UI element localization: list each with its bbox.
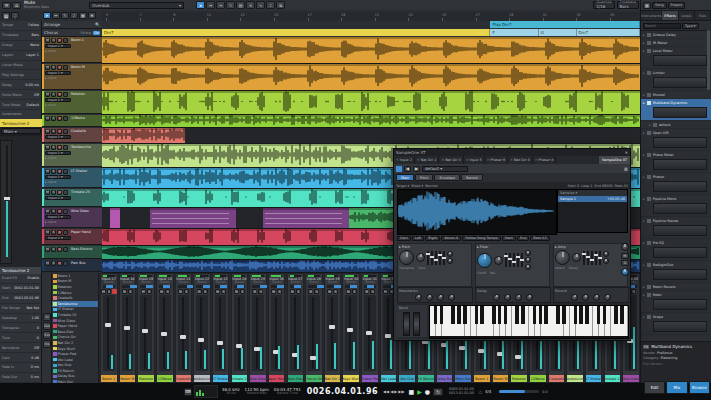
browser-tab-files[interactable]: Files	[695, 11, 711, 20]
mini-knob-lfo[interactable]	[525, 264, 531, 270]
knob-blue[interactable]	[621, 268, 629, 276]
strip-channel-tag[interactable]: 12Noise	[157, 375, 173, 382]
edit-tool-icon-0[interactable]: ➤	[43, 12, 51, 19]
inspector-row[interactable]: TempoFollow	[0, 21, 41, 31]
strip-header[interactable]: Input 29Stereo	[325, 278, 341, 284]
audio-clip[interactable]	[102, 64, 640, 90]
track-header[interactable]: MS●◦12Noise	[42, 115, 102, 127]
slider-r[interactable]	[439, 251, 441, 265]
track-monitor-button[interactable]: ◦	[63, 92, 68, 97]
fx-knob[interactable]	[426, 294, 433, 301]
piano-black-key[interactable]	[620, 306, 624, 324]
track-monitor-button[interactable]: ◦	[63, 261, 68, 266]
param-field[interactable]: Gain	[397, 236, 411, 241]
timebase-dropdown[interactable]: Timebase Bars	[617, 1, 639, 9]
fx-knob[interactable]	[571, 294, 578, 301]
strip-channel-tag[interactable]: Tambourine	[567, 375, 583, 382]
plugin-thumbnail[interactable]	[653, 55, 707, 66]
inspector-row[interactable]: Tune ModeDefault	[0, 100, 41, 110]
wave-field[interactable]: Start 0	[568, 184, 580, 188]
edit-tool-icon-2[interactable]: ✎	[61, 12, 69, 19]
browser-item[interactable]: ▸Pipeline Stereo	[641, 217, 711, 239]
track-mute-button[interactable]: M	[45, 261, 50, 266]
track-solo-button[interactable]: S	[51, 129, 56, 134]
chord-section[interactable]: Dm7	[577, 29, 640, 36]
track-header[interactable]: MS●◦RotationInput 1 ▾▸ none	[42, 91, 102, 114]
fx-panel-title[interactable]: Modulation	[399, 289, 471, 293]
plugin-subtab-main[interactable]: Main	[396, 174, 414, 181]
browser-item[interactable]: ▸Limiter	[641, 69, 711, 91]
track-solo-button[interactable]: S	[51, 65, 56, 70]
record-mode-dropdown[interactable]: Overdub▾	[89, 2, 184, 9]
browser-item[interactable]: ▸Open AIR	[641, 129, 711, 151]
piano-black-key[interactable]	[475, 306, 479, 324]
track-mute-button[interactable]: M	[45, 230, 50, 235]
strip-channel-tag[interactable]: LT Shaker	[213, 375, 229, 382]
slider-d[interactable]	[431, 251, 433, 265]
fader-cap[interactable]	[161, 332, 167, 336]
plugin-titlebar[interactable]: SampleOne XT ✕	[394, 149, 630, 156]
param-field[interactable]: Left	[412, 236, 424, 241]
knob-attack[interactable]	[555, 250, 570, 265]
piano-black-key[interactable]	[434, 306, 438, 324]
track-record-button[interactable]: ●	[57, 169, 62, 174]
slider-s[interactable]	[513, 253, 515, 267]
audio-clip[interactable]	[150, 208, 236, 228]
browser-scrollbar[interactable]	[707, 30, 710, 90]
strip-channel-tag[interactable]: Timbale 2S	[232, 375, 248, 382]
expand-arrow-icon[interactable]: ▸	[643, 41, 645, 45]
fx-knob[interactable]	[582, 294, 589, 301]
browse-button[interactable]: Browse	[689, 381, 710, 394]
strip-pan[interactable]	[345, 285, 357, 288]
strip-header[interactable]: Input 22Stereo	[194, 278, 210, 284]
track-mute-button[interactable]: M	[45, 92, 50, 97]
track-record-button[interactable]: ●	[57, 129, 62, 134]
strip-channel-tag[interactable]: Delay Bus	[437, 375, 453, 382]
plugin-thumbnail[interactable]	[653, 159, 707, 170]
slider-d[interactable]	[587, 251, 589, 265]
piano-black-key[interactable]	[574, 306, 578, 324]
plugin-menu-icon[interactable]: ≣	[624, 166, 628, 172]
strip-channel-tag[interactable]: Phaser Pad	[362, 375, 378, 382]
preset-prev-button[interactable]: ◀	[404, 166, 411, 172]
strip-channel-tag[interactable]: Wire Glass	[623, 375, 639, 382]
arranger-section[interactable]: Play Dm7	[490, 21, 640, 28]
mix-button[interactable]: Mix	[666, 381, 687, 394]
tool-icon-4[interactable]: ▤	[236, 1, 245, 9]
track-header[interactable]: MS●◦LT ShakerInput 1 ▾▸ none	[42, 168, 102, 188]
track-solo-button[interactable]: S	[51, 247, 56, 252]
wave-field[interactable]: End 96000	[594, 184, 612, 188]
track-input-dropdown[interactable]: Input 1 ▾	[45, 71, 71, 76]
strip-channel-tag[interactable]: Timbale 2S	[605, 375, 621, 382]
track-header[interactable]: MS●◦Bass Electric	[42, 246, 102, 259]
plugin-thumbnail[interactable]	[653, 203, 707, 214]
track-monitor-button[interactable]: ◦	[63, 38, 68, 43]
mini-knob-pan[interactable]	[603, 258, 609, 264]
strip-solo-button[interactable]: S	[277, 289, 282, 294]
piano-black-key[interactable]	[504, 306, 508, 324]
tab-close-icon[interactable]: ✕	[535, 158, 538, 162]
edit-tool-icon-4[interactable]: ▦	[79, 12, 87, 19]
fader-cap[interactable]	[4, 197, 10, 200]
wave-field[interactable]: Mode ▾	[411, 184, 423, 188]
magnifier-icon[interactable]: 🔍	[95, 22, 100, 27]
master-button-glide[interactable]: G	[621, 260, 629, 266]
knob-decay[interactable]	[572, 253, 581, 262]
fader-cap[interactable]	[180, 335, 186, 339]
stop-button[interactable]: ■	[408, 388, 414, 395]
track-solo-button[interactable]: S	[51, 116, 56, 121]
inspector-row[interactable]: Force MonoOff	[0, 90, 41, 100]
sample-list-item[interactable]: Sample 1 +00.00 dB	[558, 196, 627, 202]
samplerate-display[interactable]: 48.0 kHz 16 bit	[222, 388, 240, 395]
audio-clip[interactable]	[263, 208, 349, 228]
strip-pan[interactable]	[140, 285, 152, 288]
tab-close-icon[interactable]: ✕	[441, 158, 444, 162]
wave-field[interactable]: Loop 1	[581, 184, 592, 188]
wave-field[interactable]: Normal	[425, 184, 437, 188]
plugin-subtab-pitch[interactable]: Pitch	[415, 174, 433, 181]
track-monitor-button[interactable]: ◦	[63, 145, 68, 150]
track-mute-button[interactable]: M	[45, 169, 50, 174]
transport-nav-0[interactable]: ◀◀	[383, 389, 389, 394]
strip-channel-tag[interactable]: 12Noise	[530, 375, 546, 382]
event-inspector-header[interactable]: Tambourine 2	[0, 267, 41, 274]
